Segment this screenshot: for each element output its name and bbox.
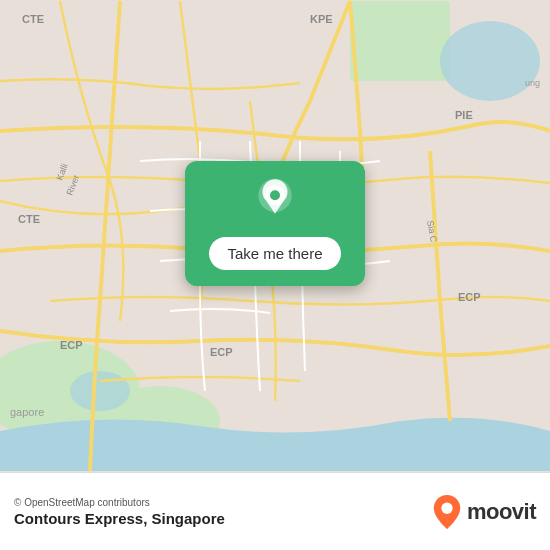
svg-text:CTE: CTE (18, 213, 40, 225)
svg-rect-3 (350, 1, 450, 81)
location-name: Contours Express, Singapore (14, 510, 225, 527)
moovit-logo: moovit (433, 495, 536, 529)
svg-text:ECP: ECP (210, 346, 233, 358)
bottom-bar: © OpenStreetMap contributors Contours Ex… (0, 472, 550, 550)
svg-text:ung: ung (525, 78, 540, 88)
svg-point-21 (270, 190, 280, 200)
svg-text:gapore: gapore (10, 406, 44, 418)
svg-point-22 (441, 502, 452, 513)
app: CTE KPE KPE PIE CTE ECP ECP ECP Kalli Ri… (0, 0, 550, 550)
location-card: Take me there (185, 161, 365, 286)
moovit-pin-icon (433, 495, 461, 529)
attribution-text: © OpenStreetMap contributors (14, 497, 225, 508)
bottom-left: © OpenStreetMap contributors Contours Ex… (14, 497, 225, 527)
svg-text:ECP: ECP (458, 291, 481, 303)
svg-text:CTE: CTE (22, 13, 44, 25)
pin-icon (250, 177, 300, 227)
map-area: CTE KPE KPE PIE CTE ECP ECP ECP Kalli Ri… (0, 0, 550, 472)
svg-text:PIE: PIE (455, 109, 473, 121)
svg-text:ECP: ECP (60, 339, 83, 351)
svg-text:KPE: KPE (310, 13, 333, 25)
take-me-there-button[interactable]: Take me there (209, 237, 340, 270)
moovit-brand-text: moovit (467, 499, 536, 525)
svg-point-5 (70, 371, 130, 411)
svg-point-4 (440, 21, 540, 101)
